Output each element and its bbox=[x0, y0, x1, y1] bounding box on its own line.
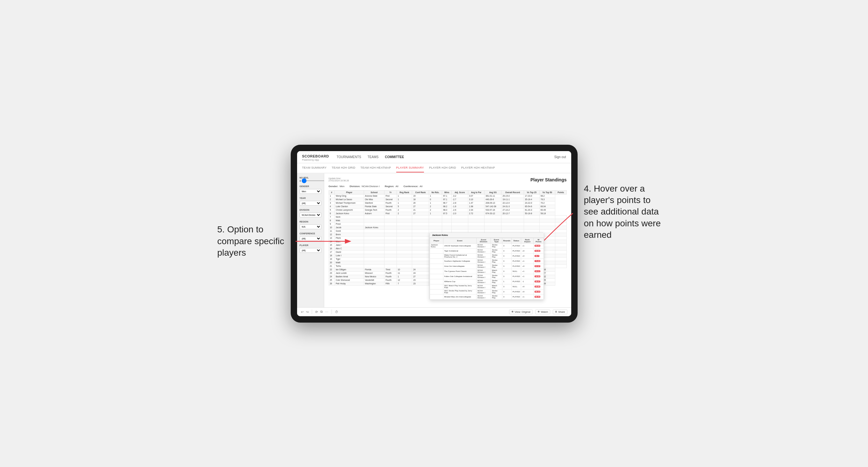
cell-6-7 bbox=[442, 215, 452, 219]
copy-icon[interactable]: ⧉ bbox=[320, 310, 322, 314]
tooltip-cell-3-6: +1 bbox=[521, 258, 534, 263]
tooltip-cell-0-4: 3 bbox=[502, 243, 511, 248]
cell-15-14[interactable] bbox=[555, 247, 566, 250]
cell-14-5 bbox=[412, 243, 429, 247]
cell-23-2: New Mexico bbox=[364, 275, 384, 278]
cell-3-5: 27 bbox=[412, 205, 429, 208]
watch-btn[interactable]: 👁 Watch bbox=[535, 310, 550, 314]
sidebar-gender-select[interactable]: Men bbox=[300, 189, 321, 194]
view-original-btn[interactable]: 👁 View: Original bbox=[509, 310, 533, 314]
panel-title: Player Standings bbox=[530, 177, 567, 182]
cell-4-13: 60.49 bbox=[539, 208, 555, 212]
subnav-player-summary[interactable]: PLAYER SUMMARY bbox=[396, 163, 424, 173]
cell-20-4 bbox=[397, 264, 412, 268]
cell-0-13: 98.2 bbox=[539, 194, 555, 198]
cell-16-14[interactable] bbox=[555, 250, 566, 254]
tooltip-cell-1-3: Stroke Play bbox=[491, 248, 502, 253]
refresh-icon[interactable]: ⟳ bbox=[315, 310, 318, 314]
cell-24-0: 25 bbox=[329, 278, 335, 282]
cell-20-5 bbox=[412, 264, 429, 268]
cell-20-0: 21 bbox=[329, 264, 335, 268]
cell-10-3 bbox=[384, 229, 397, 233]
cell-1-7: 67.1 bbox=[442, 198, 452, 201]
cell-7-14[interactable] bbox=[555, 219, 566, 222]
tooltip-col-rank-impact: Rank Impact bbox=[521, 238, 534, 243]
cell-23-4: 1 bbox=[397, 275, 412, 278]
sidebar-no-rds-range: 4 52 bbox=[300, 180, 321, 182]
sidebar-year-select[interactable]: (All) bbox=[300, 201, 321, 206]
sidebar-division-select[interactable]: NCAA Division I bbox=[300, 213, 321, 217]
cell-6-10 bbox=[485, 215, 501, 219]
undo-icon[interactable]: ↩ bbox=[301, 310, 304, 314]
cell-21-3: Third bbox=[384, 268, 397, 271]
sidebar-player-select[interactable]: (All) bbox=[300, 248, 321, 253]
more-icon[interactable]: ⋯ bbox=[325, 310, 328, 314]
subnav-team-h2h-grid[interactable]: TEAM H2H GRID bbox=[332, 163, 355, 173]
cell-21-4: 10 bbox=[397, 268, 412, 271]
sign-out[interactable]: Sign out bbox=[554, 155, 566, 159]
cell-6-14[interactable] bbox=[555, 215, 566, 219]
annotation-bottom-left: 5. Option to compare specific players bbox=[217, 224, 287, 258]
cell-10-14[interactable] bbox=[555, 229, 566, 233]
cell-0-7: 67.1 bbox=[442, 194, 452, 198]
cell-13-14[interactable] bbox=[555, 240, 566, 243]
cell-20-14[interactable] bbox=[555, 264, 566, 268]
nav-tournaments[interactable]: TOURNAMENTS bbox=[337, 155, 361, 159]
tooltip-cell-3-0 bbox=[430, 258, 443, 263]
tooltip-cell-10-4: 3 bbox=[502, 294, 511, 299]
subnav-player-h2h-grid[interactable]: PLAYER H2H GRID bbox=[429, 163, 456, 173]
filter-region-value: All bbox=[396, 185, 399, 188]
clock-icon[interactable]: ⏱ bbox=[335, 310, 338, 314]
share-btn[interactable]: ⬆ Share bbox=[553, 310, 567, 314]
tooltip-cell-2-5: PLAYED bbox=[512, 253, 521, 258]
tooltip-row: Wake Forest Invitational at Pinehurst No… bbox=[430, 253, 544, 258]
subnav-team-summary[interactable]: TEAM SUMMARY bbox=[302, 163, 327, 173]
col-player: Player bbox=[335, 190, 364, 194]
tooltip-cell-8-6: +0 bbox=[521, 284, 534, 289]
cell-19-14[interactable] bbox=[555, 261, 566, 264]
cell-8-14[interactable] bbox=[555, 222, 566, 226]
col-adj-score: Adj. Score bbox=[452, 190, 468, 194]
cell-3-9: 1.98 bbox=[468, 205, 485, 208]
sidebar-gender: Gender Men bbox=[300, 185, 321, 194]
cell-12-14[interactable] bbox=[555, 236, 566, 240]
cell-3-6: 2 bbox=[429, 205, 442, 208]
sidebar-conference-select[interactable]: (All) bbox=[300, 236, 321, 241]
cell-11-14[interactable] bbox=[555, 233, 566, 236]
nav-teams[interactable]: TEAMS bbox=[368, 155, 378, 159]
cell-23-1: Bastien Amat bbox=[335, 275, 364, 278]
cell-17-14[interactable] bbox=[555, 254, 566, 257]
app-title: SCOREBOARD bbox=[302, 154, 329, 158]
redo-icon[interactable]: ↪ bbox=[306, 310, 309, 314]
top-nav-links: TOURNAMENTS TEAMS COMMITTEE bbox=[337, 155, 554, 159]
cell-2-0: 3 bbox=[329, 201, 335, 205]
toolbar-right: 👁 View: Original 👁 Watch ⬆ Share bbox=[509, 310, 567, 314]
cell-4-0: 5 bbox=[329, 208, 335, 212]
cell-24-2: Vanderbilt bbox=[364, 278, 384, 282]
nav-committee[interactable]: COMMITTEE bbox=[385, 155, 404, 159]
tooltip-col-player: Player bbox=[430, 238, 443, 243]
tooltip-cell-7-4: 1 bbox=[502, 279, 511, 284]
tooltip-cell-10-7: 66.40 bbox=[534, 294, 544, 299]
cell-1-5: 18 bbox=[412, 198, 429, 201]
cell-16-5 bbox=[412, 250, 429, 254]
subnav-team-h2h-heatmap[interactable]: TEAM H2H HEATMAP bbox=[361, 163, 391, 173]
cell-11-5 bbox=[412, 233, 429, 236]
cell-2-10: 208-09-13 bbox=[485, 201, 501, 205]
cell-6-3 bbox=[384, 215, 397, 219]
cell-1-1: Michael La Sasso bbox=[335, 198, 364, 201]
filter-conference-label: Conference: bbox=[404, 185, 418, 188]
cell-11-0: 12 bbox=[329, 233, 335, 236]
cell-14-0: 15 bbox=[329, 243, 335, 247]
cell-9-14[interactable] bbox=[555, 226, 566, 229]
cell-14-14[interactable] bbox=[555, 243, 566, 247]
sidebar-region-select[interactable]: N/A bbox=[300, 224, 321, 229]
cell-18-14[interactable] bbox=[555, 257, 566, 261]
subnav-player-h2h-heatmap[interactable]: PLAYER H2H HEATMAP bbox=[461, 163, 495, 173]
table-row[interactable]: 10JacobJackson Koivu bbox=[329, 226, 566, 229]
cell-3-13: 66.94 bbox=[539, 205, 555, 208]
cell-23-5: 27 bbox=[412, 275, 429, 278]
cell-12-2 bbox=[364, 236, 384, 240]
cell-1-13: 76.3 bbox=[539, 198, 555, 201]
col-reg-rank: Reg Rank bbox=[397, 190, 412, 194]
